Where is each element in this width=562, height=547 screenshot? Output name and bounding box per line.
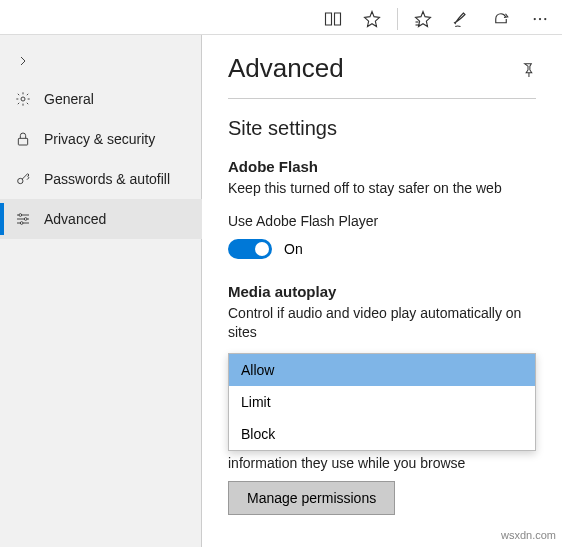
dropdown-option-allow[interactable]: Allow: [229, 354, 535, 386]
media-heading: Media autoplay: [228, 283, 536, 300]
section-heading: Site settings: [228, 117, 536, 140]
sidebar-item-label: General: [44, 91, 94, 107]
sidebar-item-general[interactable]: General: [0, 79, 202, 119]
settings-content: Advanced Site settings Adobe Flash Keep …: [202, 35, 562, 547]
dropdown-list: Allow Limit Block: [228, 353, 536, 451]
svg-point-7: [18, 178, 23, 183]
page-title: Advanced: [228, 53, 344, 84]
svg-point-12: [24, 218, 27, 221]
chevron-right-icon: [14, 55, 32, 67]
svg-rect-6: [18, 138, 27, 145]
share-icon[interactable]: [483, 4, 519, 34]
sidebar-item-passwords[interactable]: Passwords & autofill: [0, 159, 202, 199]
sidebar-item-privacy[interactable]: Privacy & security: [0, 119, 202, 159]
svg-point-2: [534, 17, 536, 19]
flash-description: Keep this turned off to stay safer on th…: [228, 179, 536, 199]
svg-point-3: [539, 17, 541, 19]
sidebar-item-label: Passwords & autofill: [44, 171, 170, 187]
pin-icon[interactable]: [520, 61, 536, 77]
flash-toggle-state: On: [284, 241, 303, 257]
media-description: Control if audio and video play automati…: [228, 304, 536, 343]
settings-sidebar: General Privacy & security Passwords & a…: [0, 35, 202, 547]
star-icon[interactable]: [354, 4, 390, 34]
manage-permissions-button[interactable]: Manage permissions: [228, 481, 395, 515]
sidebar-collapse[interactable]: [0, 43, 202, 79]
svg-point-13: [20, 222, 23, 225]
favorites-list-icon[interactable]: [405, 4, 441, 34]
svg-point-11: [19, 214, 22, 217]
svg-point-5: [21, 97, 25, 101]
media-autoplay-dropdown[interactable]: Allow Limit Block: [228, 353, 536, 451]
reading-view-icon[interactable]: [315, 4, 351, 34]
dropdown-option-limit[interactable]: Limit: [229, 386, 535, 418]
dropdown-option-block[interactable]: Block: [229, 418, 535, 450]
toolbar-divider: [397, 8, 398, 30]
watermark: wsxdn.com: [501, 529, 556, 541]
settings-layout: General Privacy & security Passwords & a…: [0, 35, 562, 547]
sidebar-item-label: Advanced: [44, 211, 106, 227]
flash-toggle[interactable]: [228, 239, 272, 259]
key-icon: [14, 171, 32, 187]
flash-toggle-label: Use Adobe Flash Player: [228, 213, 536, 229]
sidebar-item-label: Privacy & security: [44, 131, 155, 147]
gear-icon: [14, 91, 32, 107]
sliders-icon: [14, 211, 32, 227]
lock-icon: [14, 131, 32, 147]
truncated-text: information they use while you browse: [228, 455, 536, 471]
sidebar-item-advanced[interactable]: Advanced: [0, 199, 202, 239]
browser-toolbar: [0, 0, 562, 35]
divider: [228, 98, 536, 99]
svg-point-4: [544, 17, 546, 19]
flash-heading: Adobe Flash: [228, 158, 536, 175]
notes-pen-icon[interactable]: [444, 4, 480, 34]
more-icon[interactable]: [522, 4, 558, 34]
